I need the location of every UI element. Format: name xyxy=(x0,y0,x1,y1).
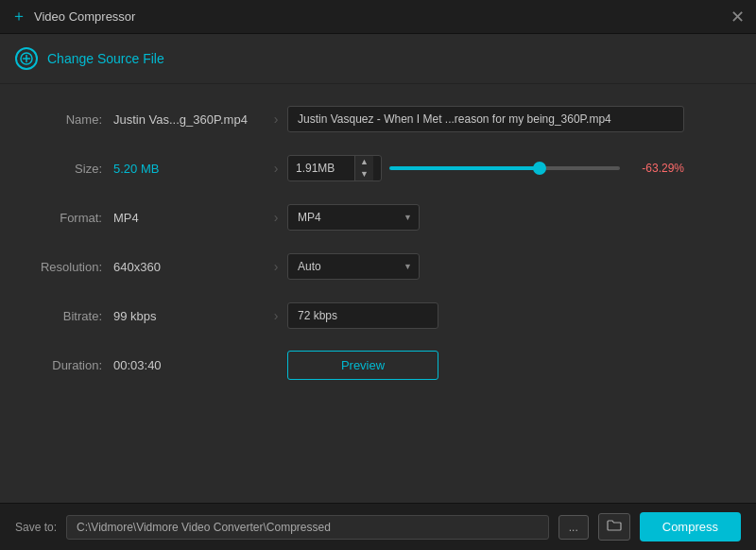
compress-button[interactable]: Compress xyxy=(640,512,741,541)
size-row: Size: 5.20 MB › ▲ ▼ -63.29% xyxy=(28,152,728,184)
duration-value: 00:03:40 xyxy=(113,358,265,372)
slider-percent: -63.29% xyxy=(627,162,684,175)
app-title: Video Compressor xyxy=(34,9,135,24)
bitrate-label: Bitrate: xyxy=(28,309,113,323)
resolution-select[interactable]: Auto 640x360 1280x720 1920x1080 xyxy=(287,253,420,280)
format-row: Format: MP4 › MP4 MKV AVI MOV xyxy=(28,201,728,233)
size-value: 5.20 MB xyxy=(113,162,265,176)
name-output-field[interactable] xyxy=(287,106,684,132)
bitrate-output-field[interactable] xyxy=(287,302,438,329)
name-label: Name: xyxy=(28,112,113,127)
source-bar: Change Source File xyxy=(0,34,756,84)
app-icon: ＋ xyxy=(11,7,26,26)
change-source-label[interactable]: Change Source File xyxy=(47,51,164,66)
bitrate-arrow-icon: › xyxy=(265,308,287,323)
format-value: MP4 xyxy=(113,211,265,225)
size-spinner-buttons: ▲ ▼ xyxy=(354,156,373,180)
name-value: Justin Vas...g_360P.mp4 xyxy=(113,112,265,127)
format-label: Format: xyxy=(28,211,113,225)
add-source-icon[interactable] xyxy=(15,47,38,70)
duration-row: Duration: 00:03:40 Preview xyxy=(28,349,728,381)
browse-button[interactable]: ... xyxy=(558,515,589,540)
size-down-button[interactable]: ▼ xyxy=(355,168,373,180)
title-bar: ＋ Video Compressor ✕ xyxy=(0,0,756,34)
slider-thumb[interactable] xyxy=(533,162,546,175)
main-content: Name: Justin Vas...g_360P.mp4 › Size: 5.… xyxy=(0,84,756,417)
resolution-select-wrap: Auto 640x360 1280x720 1920x1080 xyxy=(287,253,420,280)
name-arrow-icon: › xyxy=(265,112,287,127)
format-arrow-icon: › xyxy=(265,210,287,225)
duration-label: Duration: xyxy=(28,358,113,372)
close-button[interactable]: ✕ xyxy=(730,9,745,26)
size-spinner[interactable]: ▲ ▼ xyxy=(287,155,382,181)
resolution-label: Resolution: xyxy=(28,260,113,274)
resolution-value: 640x360 xyxy=(113,260,265,274)
open-folder-button[interactable] xyxy=(598,513,630,541)
size-input[interactable] xyxy=(288,157,354,180)
bitrate-value: 99 kbps xyxy=(113,309,265,323)
size-up-button[interactable]: ▲ xyxy=(355,156,373,168)
resolution-row: Resolution: 640x360 › Auto 640x360 1280x… xyxy=(28,250,728,283)
format-select-wrap: MP4 MKV AVI MOV xyxy=(287,204,420,231)
size-slider-container: -63.29% xyxy=(389,162,684,175)
size-controls: ▲ ▼ -63.29% xyxy=(287,155,684,181)
save-to-label: Save to: xyxy=(15,521,57,534)
resolution-arrow-icon: › xyxy=(265,259,287,274)
bitrate-row: Bitrate: 99 kbps › xyxy=(28,300,728,332)
size-slider[interactable] xyxy=(389,166,620,170)
preview-button[interactable]: Preview xyxy=(287,351,438,380)
name-row: Name: Justin Vas...g_360P.mp4 › xyxy=(28,103,728,135)
size-label: Size: xyxy=(28,162,113,176)
save-path-field[interactable] xyxy=(66,515,549,540)
format-select[interactable]: MP4 MKV AVI MOV xyxy=(287,204,420,231)
size-arrow-icon: › xyxy=(265,161,287,176)
bottom-bar: Save to: ... Compress xyxy=(0,503,756,550)
